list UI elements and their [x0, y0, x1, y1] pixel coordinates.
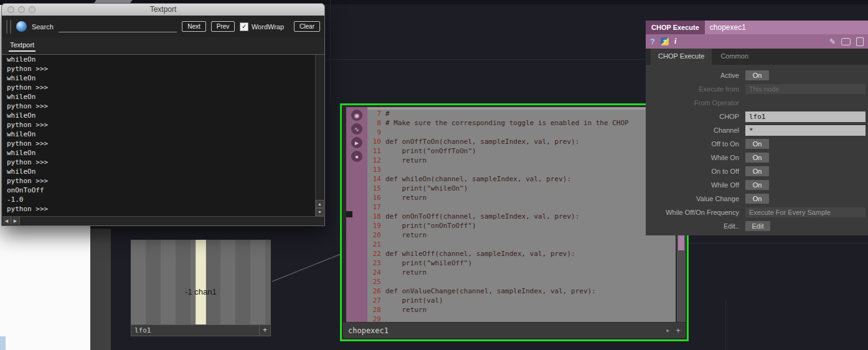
param-label: Execute from	[646, 85, 745, 93]
panel-tab[interactable]: CHOP Execute	[651, 49, 712, 65]
chopexec-node[interactable]: ◉ ∿ ► ● 7 # 8 # Make sure the correspond…	[340, 103, 689, 341]
console-output[interactable]: whileOn python >>> whileOn python >>> wh…	[2, 55, 315, 216]
param-value[interactable]: Edit	[745, 221, 770, 231]
param-value[interactable]: On	[745, 153, 769, 163]
graph-flag-icon[interactable]: ∿	[351, 123, 362, 135]
param-value[interactable]: Execute For Every Sample	[745, 207, 866, 217]
dat-code-viewer[interactable]: 7 # 8 # Make sure the corresponding togg…	[367, 107, 676, 322]
next-button[interactable]: Next	[182, 21, 206, 32]
code-line: 23 print("whileOff")	[367, 259, 676, 268]
lfo-add-button[interactable]: +	[260, 324, 271, 336]
node-add-button[interactable]: +	[672, 326, 684, 335]
console-line: python >>>	[7, 64, 315, 73]
console-horizontal-scrollbar[interactable]: ◀ ▶	[2, 216, 324, 225]
line-number: 26	[367, 287, 385, 296]
search-input[interactable]	[59, 21, 177, 32]
scroll-right-icon[interactable]: ▶	[11, 217, 20, 225]
line-number: 27	[367, 296, 385, 306]
line-number: 10	[367, 138, 385, 147]
info-icon[interactable]: i	[674, 37, 676, 46]
param-label: Edit..	[646, 222, 745, 230]
code-line: 17	[367, 203, 676, 212]
console-line: whileOn	[7, 130, 315, 139]
viewer-flag-icon[interactable]: ◉	[351, 110, 362, 121]
line-text: print("whileOff")	[385, 259, 472, 268]
copy-page-icon[interactable]	[856, 37, 864, 46]
line-text: return	[385, 194, 427, 203]
scroll-left-icon[interactable]: ◀	[2, 217, 11, 225]
code-line: 8 # Make sure the corresponding toggle i…	[367, 119, 676, 128]
textport-title-bar[interactable]: Textport	[2, 4, 324, 16]
console-line: python >>>	[7, 139, 315, 148]
line-number: 9	[367, 128, 385, 138]
line-number: 11	[367, 147, 385, 156]
grid-line	[725, 299, 726, 350]
console-vertical-scrollbar[interactable]: ▲ ▼	[315, 55, 324, 216]
comment-icon[interactable]	[841, 38, 851, 45]
code-line: 20 return	[367, 231, 676, 240]
panel-tab[interactable]: Common	[713, 49, 756, 65]
param-label: On to Off	[646, 168, 745, 175]
clear-button[interactable]: Clear	[294, 21, 320, 32]
param-row: CHOP lfo1	[646, 110, 868, 123]
param-label: Off to On	[646, 140, 745, 148]
code-line: 19 print("onOnToOff")	[367, 222, 676, 231]
help-icon[interactable]: ?	[650, 37, 655, 46]
node-name-field[interactable]: chopexec1	[343, 326, 663, 335]
line-text: def onValueChange(channel, sampleIndex, …	[385, 287, 596, 296]
prev-button[interactable]: Prev	[211, 21, 235, 32]
python-help-icon[interactable]: ?	[661, 37, 669, 45]
minimize-button[interactable]	[18, 6, 25, 13]
code-line: 21	[367, 240, 676, 250]
lfo-node[interactable]: -1 chan1 lfo1 +	[131, 240, 271, 336]
line-number: 24	[367, 268, 385, 278]
scroll-down-icon[interactable]: ▼	[316, 208, 324, 216]
code-line: 26 def onValueChange(channel, sampleInde…	[367, 287, 676, 296]
console-line: python >>>	[7, 83, 315, 92]
pencil-icon[interactable]: ✎	[829, 37, 836, 46]
console-line: python >>>	[7, 102, 315, 111]
param-value[interactable]: lfo1	[745, 111, 866, 122]
toolbar-grip[interactable]	[6, 20, 11, 34]
arrow-flag-icon[interactable]: ►	[351, 137, 362, 148]
line-number: 7	[367, 110, 385, 119]
zoom-button[interactable]	[29, 6, 35, 13]
grid-line	[330, 0, 331, 103]
lfo-channel-viewer[interactable]: -1 chan1	[131, 240, 271, 324]
tab-textport[interactable]: Textport	[9, 41, 35, 52]
param-row: While On On	[646, 151, 868, 164]
line-text: print("whileOn")	[385, 184, 468, 194]
param-value[interactable]: On	[745, 70, 769, 80]
wordwrap-checkbox[interactable]: ✓	[240, 22, 248, 31]
param-label: Active	[646, 72, 745, 79]
node-dot-icon[interactable]: ●	[663, 328, 672, 334]
touchdesigner-screen: -1 chan1 lfo1 + ◉ ∿ ► ● 7 # 8	[0, 0, 868, 350]
param-value[interactable]: On	[745, 139, 769, 149]
code-line: 28 return	[367, 306, 676, 315]
param-value[interactable]: This node	[745, 84, 866, 94]
line-text: return	[385, 231, 427, 240]
code-line: 27 print(val)	[367, 296, 676, 306]
param-row: While Off On	[646, 178, 868, 192]
line-number: 19	[367, 222, 385, 231]
grid-line	[325, 59, 646, 60]
param-value[interactable]: On	[745, 180, 769, 190]
lfo-name-field[interactable]: lfo1	[131, 324, 260, 336]
textport-window: Textport Search Next Prev ✓ WordWrap Cle…	[1, 3, 325, 226]
console-line: whileOn	[7, 111, 315, 120]
param-row: Value Change On	[646, 192, 868, 206]
line-text: return	[385, 306, 427, 315]
param-row: Active On	[646, 69, 868, 82]
param-label: While Off/On Frequency	[646, 209, 745, 216]
code-line: 22 def whileOff(channel, sampleIndex, va…	[367, 250, 676, 259]
line-number: 15	[367, 184, 385, 194]
param-value[interactable]: On	[745, 166, 769, 176]
operator-name-field[interactable]: chopexec1	[705, 21, 868, 34]
close-button[interactable]	[7, 6, 14, 13]
param-value[interactable]: On	[745, 194, 769, 204]
drop-flag-icon[interactable]: ●	[351, 151, 362, 162]
line-number: 21	[367, 240, 385, 250]
param-label: From Operator	[646, 99, 745, 106]
scroll-up-icon[interactable]: ▲	[316, 200, 324, 208]
param-value[interactable]: *	[745, 125, 866, 136]
